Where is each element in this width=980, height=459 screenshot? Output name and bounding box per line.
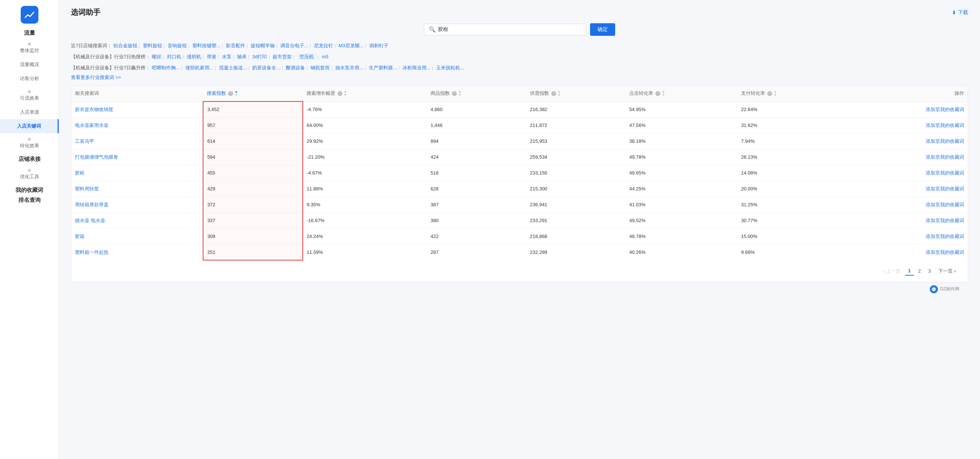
keyword-link[interactable]: 烧水壶 电水壶 (75, 218, 105, 223)
sidebar-item-fangke[interactable]: 访客分析 (0, 71, 59, 86)
pay-rate-info-icon[interactable]: ? (767, 91, 772, 96)
industry-rise-tag[interactable]: 钢筋套筒 (310, 65, 330, 70)
download-icon: ⬇ (952, 10, 956, 16)
col-header-search-growth[interactable]: 搜索增长幅度 ? ▲▼ (303, 86, 427, 102)
add-to-favorites-link[interactable]: 添加至我的收藏词 (926, 233, 964, 239)
industry-rise-tag[interactable]: 冰柜商业用... (402, 65, 431, 70)
recent-tag[interactable]: 尼龙拉钉 (314, 43, 333, 48)
keyword-link[interactable]: 脏衣篮衣物收纳筐 (75, 106, 113, 112)
industry-hot-tag[interactable]: 水泵 (222, 54, 232, 59)
add-to-favorites-link[interactable]: 添加至我的收藏词 (926, 186, 964, 192)
add-to-favorites-link[interactable]: 添加至我的收藏词 (926, 202, 964, 207)
page-3-button[interactable]: 3 (925, 267, 934, 275)
col-header-search-index[interactable]: 搜索指数 ? ▲ ▼ (203, 86, 302, 102)
industry-rise-tag[interactable]: 酿酒设备 (286, 65, 305, 70)
industry-rise-tag[interactable]: 吧唧制作胸... (152, 65, 180, 70)
industry-hot-tag[interactable]: 空压机 (297, 54, 316, 60)
industry-hot-tag[interactable]: 弹簧 (207, 54, 216, 59)
search-index-cell: 251 (203, 244, 302, 260)
keyword-link[interactable]: 电水壶家用水壶 (75, 122, 108, 128)
industry-rise-tag[interactable]: 玉米脱粒机... (436, 65, 464, 70)
sidebar-item-yinliu[interactable]: ⊕ 引流效果 (0, 86, 59, 105)
sidebar-item-rudian-laiyuan[interactable]: 入店来源 (0, 105, 59, 119)
industry-hot-tag[interactable]: 螺丝 (152, 54, 161, 59)
industry-rise-tag[interactable]: 混凝土输送... (219, 65, 247, 70)
search-input[interactable] (438, 27, 582, 32)
sidebar-item-liuliang-gaikuang[interactable]: 流量概况 (0, 57, 59, 71)
keyword-link[interactable]: 周转箱厚款带盖 (75, 202, 108, 207)
recent-tag[interactable]: 塑料按键塑... (192, 43, 220, 48)
click-rate-cell: 40.26% (625, 244, 737, 260)
table-row: 周转箱厚款带盖 372 9.35% 387 236,941 41.03% 31.… (71, 197, 968, 213)
col-header-click-rate[interactable]: 点击转化率 ? ▲▼ (625, 86, 737, 102)
sidebar-sub-icon: ⊕ (28, 137, 31, 142)
download-button[interactable]: ⬇ 下载 (952, 9, 968, 16)
recent-tag[interactable]: 铝合金旋钮 (113, 43, 137, 48)
pagination: ＜上一页 1 2 3 下一页＞ (71, 260, 968, 282)
sort-arrows-pay-rate[interactable]: ▲▼ (773, 90, 777, 97)
recent-tag[interactable]: 影音配件 (226, 43, 245, 48)
industry-hot-tag[interactable]: 封口机 (167, 54, 181, 59)
col-header-product-index[interactable]: 商品指数 ? ▲▼ (427, 86, 526, 102)
search-growth-info-icon[interactable]: ? (337, 91, 342, 96)
search-index-cell: 3,452 (203, 102, 302, 118)
industry-hot-tag[interactable]: 轴承 (237, 54, 247, 59)
supply-demand-cell: 218,868 (526, 229, 625, 244)
recent-tag[interactable]: 塑料旋钮 (143, 43, 162, 48)
add-to-favorites-link[interactable]: 添加至我的收藏词 (926, 154, 964, 160)
recent-tag[interactable]: M3尼龙螺... (339, 43, 364, 48)
sort-arrows-product-index[interactable]: ▲▼ (458, 90, 461, 97)
action-cell: 添加至我的收藏词 (849, 133, 968, 149)
industry-hot-tag[interactable]: 缝纫机 (187, 54, 201, 59)
pay-rate-cell: 31.25% (737, 197, 849, 213)
industry-rise-tag[interactable]: 抽水泵并用... (335, 65, 363, 70)
recent-tag[interactable]: 调音台电子... (280, 43, 308, 48)
industry-rise-tag[interactable]: 生产塑料膜... (369, 65, 397, 70)
industry-hot-tag[interactable]: 超市货架 (272, 54, 292, 59)
supply-demand-info-icon[interactable]: ? (551, 91, 556, 96)
industry-hot-tag[interactable]: 3d打印 (252, 54, 267, 59)
sidebar-item-youhua[interactable]: ⊕ 优化工具 (0, 164, 59, 184)
sidebar-item-zhuanhua[interactable]: ⊕ 转化效果 (0, 133, 59, 153)
industry-rise-tag[interactable]: 奶茶设备全... (252, 65, 280, 70)
sort-arrows-search-growth[interactable]: ▲▼ (344, 90, 347, 97)
keyword-link[interactable]: 打包膜缠绕气泡膜卷 (75, 154, 118, 160)
click-rate-cell: 49.52% (625, 213, 737, 229)
add-to-favorites-link[interactable]: 添加至我的收藏词 (926, 249, 964, 255)
confirm-button[interactable]: 确定 (590, 23, 615, 36)
col-header-pay-rate[interactable]: 支付转化率 ? ▲▼ (737, 86, 849, 102)
search-index-info-icon[interactable]: ? (228, 91, 233, 96)
page-1-button[interactable]: 1 (905, 267, 913, 276)
product-index-info-icon[interactable]: ? (452, 91, 457, 96)
recent-tag[interactable]: 音响旋钮 (168, 43, 187, 48)
keyword-link[interactable]: 塑料周转筐 (75, 186, 99, 192)
keyword-link[interactable]: 胶箱 (75, 233, 84, 239)
prev-page-button[interactable]: ＜上一页 (878, 267, 904, 276)
add-to-favorites-link[interactable]: 添加至我的收藏词 (926, 170, 964, 176)
industry-hot-tag[interactable]: m5 (321, 54, 328, 59)
page-2-button[interactable]: 2 (915, 267, 924, 275)
add-to-favorites-link[interactable]: 添加至我的收藏词 (926, 122, 964, 128)
recent-tag[interactable]: 倒刺钉子 (369, 43, 388, 48)
sort-arrows-supply-demand[interactable]: ▲▼ (558, 90, 561, 97)
sidebar-item-zhengjian[interactable]: ⊕ 整体监控 (0, 38, 59, 57)
keyword-link[interactable]: 工装马甲 (75, 138, 94, 144)
more-industry-link[interactable]: 查看更多行业搜索词 >> (71, 74, 968, 81)
add-to-favorites-link[interactable]: 添加至我的收藏词 (926, 138, 964, 144)
supply-demand-cell: 211,872 (526, 118, 625, 133)
col-header-supply-demand[interactable]: 供需指数 ? ▲▼ (526, 86, 625, 102)
action-cell: 添加至我的收藏词 (849, 244, 968, 260)
supply-demand-cell: 233,150 (526, 165, 625, 181)
keyword-link[interactable]: 塑料箱一件起批 (75, 249, 108, 255)
keyword-link[interactable]: 胶框 (75, 170, 84, 176)
sidebar-item-rudian-guanjianzi[interactable]: 入店关键词 (0, 119, 59, 133)
add-to-favorites-link[interactable]: 添加至我的收藏词 (926, 106, 964, 112)
recent-tag[interactable]: 旋钮帽半轴 (251, 43, 275, 48)
click-rate-info-icon[interactable]: ? (655, 91, 660, 96)
sort-arrows-search-index[interactable]: ▲ ▼ (234, 90, 238, 97)
sidebar-item-label: 入店来源 (20, 109, 39, 116)
industry-rise-tag[interactable]: 缝纫机家用... (185, 65, 213, 70)
add-to-favorites-link[interactable]: 添加至我的收藏词 (926, 218, 964, 223)
next-page-button[interactable]: 下一页＞ (935, 267, 961, 276)
sort-arrows-click-rate[interactable]: ▲▼ (662, 90, 665, 97)
